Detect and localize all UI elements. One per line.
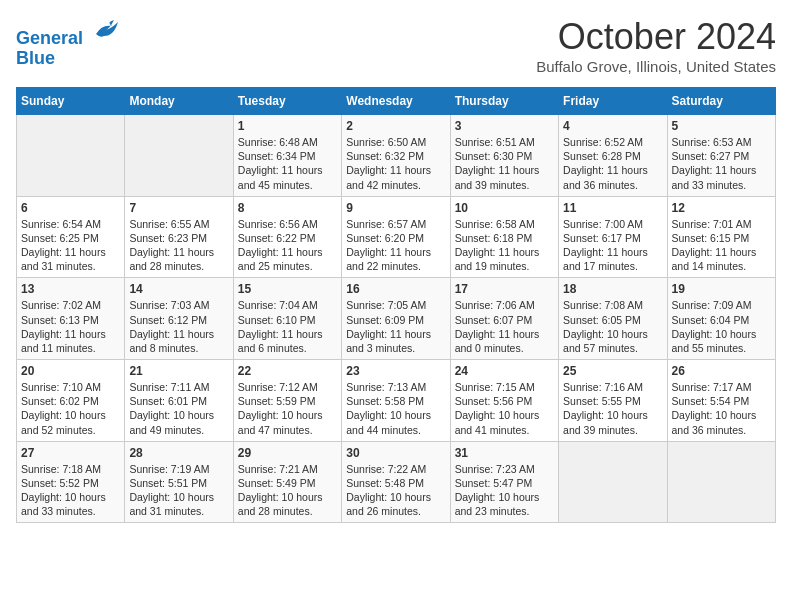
calendar-cell: 2Sunrise: 6:50 AM Sunset: 6:32 PM Daylig… [342, 115, 450, 197]
day-info: Sunrise: 7:00 AM Sunset: 6:17 PM Dayligh… [563, 217, 662, 274]
week-row-3: 20Sunrise: 7:10 AM Sunset: 6:02 PM Dayli… [17, 360, 776, 442]
calendar-table: SundayMondayTuesdayWednesdayThursdayFrid… [16, 87, 776, 523]
calendar-cell: 16Sunrise: 7:05 AM Sunset: 6:09 PM Dayli… [342, 278, 450, 360]
day-number: 20 [21, 364, 120, 378]
calendar-cell: 3Sunrise: 6:51 AM Sunset: 6:30 PM Daylig… [450, 115, 558, 197]
week-row-2: 13Sunrise: 7:02 AM Sunset: 6:13 PM Dayli… [17, 278, 776, 360]
day-info: Sunrise: 6:55 AM Sunset: 6:23 PM Dayligh… [129, 217, 228, 274]
day-number: 4 [563, 119, 662, 133]
day-info: Sunrise: 7:06 AM Sunset: 6:07 PM Dayligh… [455, 298, 554, 355]
week-row-0: 1Sunrise: 6:48 AM Sunset: 6:34 PM Daylig… [17, 115, 776, 197]
day-number: 23 [346, 364, 445, 378]
day-info: Sunrise: 7:15 AM Sunset: 5:56 PM Dayligh… [455, 380, 554, 437]
calendar-cell: 19Sunrise: 7:09 AM Sunset: 6:04 PM Dayli… [667, 278, 775, 360]
calendar-cell: 8Sunrise: 6:56 AM Sunset: 6:22 PM Daylig… [233, 196, 341, 278]
day-number: 27 [21, 446, 120, 460]
calendar-cell: 7Sunrise: 6:55 AM Sunset: 6:23 PM Daylig… [125, 196, 233, 278]
day-info: Sunrise: 7:18 AM Sunset: 5:52 PM Dayligh… [21, 462, 120, 519]
calendar-cell: 23Sunrise: 7:13 AM Sunset: 5:58 PM Dayli… [342, 360, 450, 442]
day-info: Sunrise: 7:22 AM Sunset: 5:48 PM Dayligh… [346, 462, 445, 519]
calendar-cell: 28Sunrise: 7:19 AM Sunset: 5:51 PM Dayli… [125, 441, 233, 523]
day-number: 29 [238, 446, 337, 460]
day-number: 31 [455, 446, 554, 460]
title-block: October 2024 Buffalo Grove, Illinois, Un… [536, 16, 776, 75]
week-row-1: 6Sunrise: 6:54 AM Sunset: 6:25 PM Daylig… [17, 196, 776, 278]
calendar-cell [125, 115, 233, 197]
calendar-cell: 5Sunrise: 6:53 AM Sunset: 6:27 PM Daylig… [667, 115, 775, 197]
day-number: 12 [672, 201, 771, 215]
logo: General Blue [16, 16, 120, 69]
day-number: 3 [455, 119, 554, 133]
day-info: Sunrise: 7:17 AM Sunset: 5:54 PM Dayligh… [672, 380, 771, 437]
header-day-wednesday: Wednesday [342, 88, 450, 115]
day-number: 6 [21, 201, 120, 215]
day-info: Sunrise: 6:57 AM Sunset: 6:20 PM Dayligh… [346, 217, 445, 274]
day-info: Sunrise: 6:52 AM Sunset: 6:28 PM Dayligh… [563, 135, 662, 192]
day-number: 8 [238, 201, 337, 215]
day-info: Sunrise: 7:05 AM Sunset: 6:09 PM Dayligh… [346, 298, 445, 355]
calendar-cell: 9Sunrise: 6:57 AM Sunset: 6:20 PM Daylig… [342, 196, 450, 278]
day-info: Sunrise: 7:19 AM Sunset: 5:51 PM Dayligh… [129, 462, 228, 519]
day-number: 11 [563, 201, 662, 215]
day-number: 5 [672, 119, 771, 133]
day-info: Sunrise: 6:51 AM Sunset: 6:30 PM Dayligh… [455, 135, 554, 192]
calendar-cell: 15Sunrise: 7:04 AM Sunset: 6:10 PM Dayli… [233, 278, 341, 360]
calendar-cell: 4Sunrise: 6:52 AM Sunset: 6:28 PM Daylig… [559, 115, 667, 197]
logo-general: General [16, 28, 83, 48]
day-number: 1 [238, 119, 337, 133]
day-info: Sunrise: 7:23 AM Sunset: 5:47 PM Dayligh… [455, 462, 554, 519]
day-info: Sunrise: 6:53 AM Sunset: 6:27 PM Dayligh… [672, 135, 771, 192]
day-info: Sunrise: 6:56 AM Sunset: 6:22 PM Dayligh… [238, 217, 337, 274]
day-number: 9 [346, 201, 445, 215]
day-info: Sunrise: 7:16 AM Sunset: 5:55 PM Dayligh… [563, 380, 662, 437]
day-number: 16 [346, 282, 445, 296]
calendar-cell: 18Sunrise: 7:08 AM Sunset: 6:05 PM Dayli… [559, 278, 667, 360]
week-row-4: 27Sunrise: 7:18 AM Sunset: 5:52 PM Dayli… [17, 441, 776, 523]
day-number: 28 [129, 446, 228, 460]
day-number: 2 [346, 119, 445, 133]
location: Buffalo Grove, Illinois, United States [536, 58, 776, 75]
day-number: 26 [672, 364, 771, 378]
month-title: October 2024 [536, 16, 776, 58]
day-info: Sunrise: 6:54 AM Sunset: 6:25 PM Dayligh… [21, 217, 120, 274]
calendar-cell: 25Sunrise: 7:16 AM Sunset: 5:55 PM Dayli… [559, 360, 667, 442]
header-day-sunday: Sunday [17, 88, 125, 115]
day-info: Sunrise: 7:13 AM Sunset: 5:58 PM Dayligh… [346, 380, 445, 437]
day-number: 10 [455, 201, 554, 215]
day-info: Sunrise: 7:12 AM Sunset: 5:59 PM Dayligh… [238, 380, 337, 437]
logo-bird-icon [92, 16, 120, 44]
calendar-cell: 17Sunrise: 7:06 AM Sunset: 6:07 PM Dayli… [450, 278, 558, 360]
calendar-cell: 20Sunrise: 7:10 AM Sunset: 6:02 PM Dayli… [17, 360, 125, 442]
header-row: SundayMondayTuesdayWednesdayThursdayFrid… [17, 88, 776, 115]
day-number: 17 [455, 282, 554, 296]
day-number: 30 [346, 446, 445, 460]
day-number: 19 [672, 282, 771, 296]
calendar-cell: 14Sunrise: 7:03 AM Sunset: 6:12 PM Dayli… [125, 278, 233, 360]
day-number: 22 [238, 364, 337, 378]
calendar-cell: 27Sunrise: 7:18 AM Sunset: 5:52 PM Dayli… [17, 441, 125, 523]
page-header: General Blue October 2024 Buffalo Grove,… [16, 16, 776, 75]
calendar-cell: 13Sunrise: 7:02 AM Sunset: 6:13 PM Dayli… [17, 278, 125, 360]
day-number: 14 [129, 282, 228, 296]
calendar-cell: 11Sunrise: 7:00 AM Sunset: 6:17 PM Dayli… [559, 196, 667, 278]
day-info: Sunrise: 6:48 AM Sunset: 6:34 PM Dayligh… [238, 135, 337, 192]
day-number: 21 [129, 364, 228, 378]
day-number: 24 [455, 364, 554, 378]
calendar-cell: 1Sunrise: 6:48 AM Sunset: 6:34 PM Daylig… [233, 115, 341, 197]
calendar-cell: 6Sunrise: 6:54 AM Sunset: 6:25 PM Daylig… [17, 196, 125, 278]
day-number: 25 [563, 364, 662, 378]
day-info: Sunrise: 7:10 AM Sunset: 6:02 PM Dayligh… [21, 380, 120, 437]
calendar-cell: 22Sunrise: 7:12 AM Sunset: 5:59 PM Dayli… [233, 360, 341, 442]
day-number: 7 [129, 201, 228, 215]
calendar-cell: 12Sunrise: 7:01 AM Sunset: 6:15 PM Dayli… [667, 196, 775, 278]
calendar-cell [559, 441, 667, 523]
calendar-cell: 30Sunrise: 7:22 AM Sunset: 5:48 PM Dayli… [342, 441, 450, 523]
calendar-cell [17, 115, 125, 197]
calendar-cell: 26Sunrise: 7:17 AM Sunset: 5:54 PM Dayli… [667, 360, 775, 442]
day-number: 15 [238, 282, 337, 296]
day-info: Sunrise: 7:21 AM Sunset: 5:49 PM Dayligh… [238, 462, 337, 519]
day-number: 13 [21, 282, 120, 296]
header-day-saturday: Saturday [667, 88, 775, 115]
day-number: 18 [563, 282, 662, 296]
day-info: Sunrise: 7:08 AM Sunset: 6:05 PM Dayligh… [563, 298, 662, 355]
